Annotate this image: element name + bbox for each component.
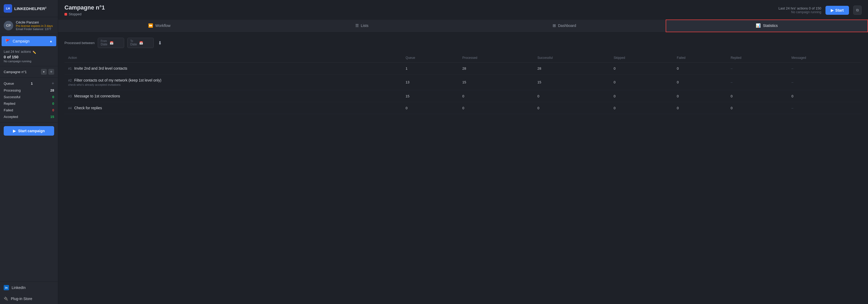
- flag-icon: 🚩: [5, 39, 10, 43]
- queue-row-processing: Processing 28: [4, 87, 54, 94]
- campaign-title: Campagne n°1: [64, 4, 105, 11]
- tab-statistics-label: Statistics: [763, 24, 778, 28]
- campaign-title-area: Campagne n°1 Stopped: [64, 4, 105, 16]
- play-icon: ▶: [831, 8, 834, 12]
- stats-header: Last 24 hrs' actions: [4, 50, 31, 54]
- sidebar-nav: 🚩 Campaign ▲: [0, 34, 58, 48]
- table-row: #4 Check for replies 0 0 0 0 0 0 –: [64, 102, 862, 114]
- from-date-input[interactable]: From Date 📅: [98, 38, 124, 48]
- start-button[interactable]: ▶ Start: [826, 6, 849, 15]
- action-cell-2: #3 Message to 1st connections: [64, 90, 402, 102]
- from-label: From: [101, 40, 107, 42]
- statistics-content: Processed between From Date 📅 To Date �: [58, 32, 868, 304]
- replied-value: 0: [52, 102, 54, 106]
- messaged-cell-0: –: [788, 63, 862, 74]
- accepted-label: Accepted: [4, 115, 18, 119]
- main-content: Campagne n°1 Stopped Last 24 hrs' action…: [58, 0, 868, 304]
- processed-cell-2: 0: [459, 90, 534, 102]
- tab-dashboard[interactable]: ⊞ Dashboard: [463, 20, 666, 32]
- col-skipped: Skipped: [610, 53, 673, 63]
- sidebar-item-campaign[interactable]: 🚩 Campaign ▲: [2, 36, 56, 46]
- to-date-input[interactable]: To Date 📅: [127, 38, 154, 48]
- header-stats-sub: No campaign running: [778, 10, 821, 14]
- action-sub-1: check who's already accepted invitations: [68, 83, 398, 86]
- sidebar: LH LINKEDHELPER2 CP Cécile Panzani Pro l…: [0, 0, 58, 304]
- col-queue: Queue: [402, 53, 459, 63]
- action-number-1: #2: [68, 79, 71, 82]
- replied-cell-1: –: [727, 74, 788, 90]
- lists-icon: ☰: [355, 23, 359, 28]
- user-info: Cécile Panzani Pro license expires in 3 …: [16, 20, 54, 31]
- chevron-up-icon: ▲: [50, 39, 53, 43]
- chevron-down-icon: ▾: [43, 70, 44, 74]
- queue-row-successful: Successful 0: [4, 94, 54, 100]
- user-license: Pro license expires in 3 days: [16, 24, 54, 28]
- col-action: Action: [64, 53, 402, 63]
- add-campaign-button[interactable]: +: [48, 69, 54, 75]
- processed-cell-1: 15: [459, 74, 534, 90]
- avatar: CP: [4, 21, 13, 30]
- col-messaged: Messaged: [788, 53, 862, 63]
- edit-icon[interactable]: ✏️: [32, 50, 36, 54]
- campaign-selector: Campagne n°1 ▾ +: [0, 66, 58, 77]
- skipped-cell-1: 0: [610, 74, 673, 90]
- to-date-group: To Date 📅: [127, 38, 154, 48]
- from-placeholder: Date: [101, 42, 107, 46]
- successful-cell-3: 0: [534, 102, 610, 114]
- filter-label: Processed between: [64, 41, 95, 45]
- messaged-cell-3: –: [788, 102, 862, 114]
- play-icon: ▶: [13, 129, 16, 133]
- plugin-icon: 🔌: [4, 297, 8, 301]
- campaign-status: Stopped: [64, 12, 105, 16]
- queue-row-accepted: Accepted 15: [4, 113, 54, 120]
- table-row: #3 Message to 1st connections 15 0 0 0 0…: [64, 90, 862, 102]
- sidebar-item-linkedin[interactable]: in LinkedIn: [0, 282, 58, 294]
- successful-cell-1: 15: [534, 74, 610, 90]
- processed-cell-3: 0: [459, 102, 534, 114]
- start-label: Start: [835, 8, 844, 12]
- user-balance: Email Finder balance: 1377: [16, 28, 54, 31]
- queue-add-button[interactable]: +: [52, 81, 54, 86]
- queue-row-queue: Queue 1 +: [4, 80, 54, 87]
- queue-cell-0: 1: [402, 63, 459, 74]
- replied-cell-3: 0: [727, 102, 788, 114]
- header-right: Last 24 hrs' actions 0 of 150 No campaig…: [778, 5, 862, 15]
- messaged-cell-2: 0: [788, 90, 862, 102]
- app-name: LINKEDHELPER2: [14, 6, 46, 11]
- header-stats: Last 24 hrs' actions 0 of 150 No campaig…: [778, 6, 821, 14]
- tab-dashboard-label: Dashboard: [558, 24, 577, 28]
- failed-cell-1: 0: [673, 74, 727, 90]
- start-campaign-button[interactable]: ▶ Start campaign: [4, 126, 54, 136]
- tabs-bar: ⏩ Workflow ☰ Lists ⊞ Dashboard 📊 Statist…: [58, 20, 868, 32]
- replied-cell-2: 0: [727, 90, 788, 102]
- status-text: Stopped: [69, 12, 81, 16]
- accepted-value: 15: [51, 115, 54, 119]
- campaign-dropdown-button[interactable]: ▾: [41, 69, 47, 75]
- tab-workflow[interactable]: ⏩ Workflow: [58, 20, 261, 32]
- plus-icon: +: [50, 69, 52, 74]
- tab-lists[interactable]: ☰ Lists: [261, 20, 463, 32]
- skipped-cell-3: 0: [610, 102, 673, 114]
- sidebar-stats: Last 24 hrs' actions ✏️ 0 of 150 No camp…: [0, 48, 58, 66]
- status-stopped-dot: [64, 13, 67, 15]
- campaign-name: Campagne n°1: [4, 70, 39, 74]
- copy-icon: ⧉: [856, 8, 859, 12]
- tab-statistics[interactable]: 📊 Statistics: [666, 20, 868, 32]
- sidebar-footer: in LinkedIn 🔌 Plug-in Store: [0, 281, 58, 304]
- successful-cell-2: 0: [534, 90, 610, 102]
- queue-cell-2: 15: [402, 90, 459, 102]
- sidebar-item-plugin-store[interactable]: 🔌 Plug-in Store: [0, 294, 58, 304]
- successful-cell-0: 28: [534, 63, 610, 74]
- action-name-0: Invite 2nd and 3rd level contacts: [74, 66, 127, 70]
- action-name-3: Check for replies: [74, 106, 102, 110]
- top-header: Campagne n°1 Stopped Last 24 hrs' action…: [58, 0, 868, 20]
- download-button[interactable]: ⬇: [157, 39, 163, 47]
- failed-cell-2: 0: [673, 90, 727, 102]
- skipped-cell-2: 0: [610, 90, 673, 102]
- download-icon: ⬇: [158, 40, 162, 46]
- action-cell-0: #1 Invite 2nd and 3rd level contacts: [64, 63, 402, 74]
- copy-button[interactable]: ⧉: [853, 5, 862, 15]
- calendar-icon: 📅: [110, 41, 114, 45]
- action-name-1: Filter contacts out of my network (keep …: [74, 78, 161, 82]
- stats-sub: No campaign running: [4, 60, 54, 63]
